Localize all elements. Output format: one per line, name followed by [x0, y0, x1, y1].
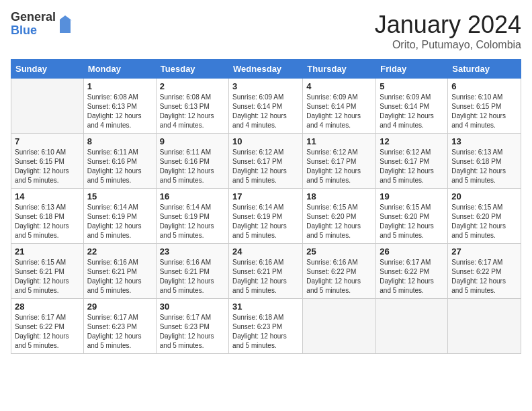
day-info: Sunrise: 6:16 AM Sunset: 6:21 PM Dayligh…	[87, 258, 152, 295]
day-info: Sunrise: 6:12 AM Sunset: 6:17 PM Dayligh…	[232, 148, 299, 185]
calendar-cell	[11, 79, 84, 134]
day-number: 22	[87, 246, 152, 257]
logo-blue-text: Blue	[11, 24, 56, 38]
calendar-cell: 28Sunrise: 6:17 AM Sunset: 6:22 PM Dayli…	[11, 299, 84, 354]
day-info: Sunrise: 6:11 AM Sunset: 6:16 PM Dayligh…	[87, 148, 152, 185]
calendar-cell: 8Sunrise: 6:11 AM Sunset: 6:16 PM Daylig…	[83, 134, 156, 189]
calendar-cell: 9Sunrise: 6:11 AM Sunset: 6:16 PM Daylig…	[156, 134, 228, 189]
day-number: 23	[160, 246, 225, 257]
day-info: Sunrise: 6:15 AM Sunset: 6:20 PM Dayligh…	[306, 203, 372, 240]
calendar-cell: 30Sunrise: 6:17 AM Sunset: 6:23 PM Dayli…	[156, 299, 228, 354]
calendar-cell: 5Sunrise: 6:09 AM Sunset: 6:14 PM Daylig…	[376, 79, 448, 134]
day-info: Sunrise: 6:17 AM Sunset: 6:23 PM Dayligh…	[160, 313, 225, 351]
day-number: 16	[160, 191, 225, 201]
calendar-cell: 15Sunrise: 6:14 AM Sunset: 6:19 PM Dayli…	[83, 189, 156, 244]
day-number: 8	[87, 136, 152, 146]
day-number: 25	[306, 246, 372, 257]
day-info: Sunrise: 6:12 AM Sunset: 6:17 PM Dayligh…	[380, 148, 444, 185]
day-number: 21	[15, 246, 80, 257]
calendar-cell: 21Sunrise: 6:15 AM Sunset: 6:21 PM Dayli…	[11, 244, 84, 299]
day-info: Sunrise: 6:15 AM Sunset: 6:20 PM Dayligh…	[380, 203, 444, 240]
day-info: Sunrise: 6:09 AM Sunset: 6:14 PM Dayligh…	[306, 93, 372, 130]
day-info: Sunrise: 6:17 AM Sunset: 6:22 PM Dayligh…	[451, 258, 517, 295]
day-info: Sunrise: 6:17 AM Sunset: 6:22 PM Dayligh…	[380, 258, 444, 295]
month-title: January 2024	[375, 11, 521, 39]
calendar-cell: 31Sunrise: 6:18 AM Sunset: 6:23 PM Dayli…	[229, 299, 303, 354]
day-info: Sunrise: 6:14 AM Sunset: 6:19 PM Dayligh…	[232, 203, 299, 240]
calendar-cell: 16Sunrise: 6:14 AM Sunset: 6:19 PM Dayli…	[156, 189, 228, 244]
day-info: Sunrise: 6:15 AM Sunset: 6:20 PM Dayligh…	[451, 203, 517, 240]
day-number: 31	[232, 302, 299, 312]
calendar-cell: 12Sunrise: 6:12 AM Sunset: 6:17 PM Dayli…	[376, 134, 448, 189]
day-number: 5	[380, 81, 444, 91]
day-number: 18	[306, 191, 372, 201]
calendar-cell: 1Sunrise: 6:08 AM Sunset: 6:13 PM Daylig…	[83, 79, 156, 134]
day-info: Sunrise: 6:09 AM Sunset: 6:14 PM Dayligh…	[232, 93, 299, 130]
day-number: 24	[232, 246, 299, 257]
day-number: 10	[232, 136, 299, 146]
day-info: Sunrise: 6:13 AM Sunset: 6:18 PM Dayligh…	[15, 203, 80, 240]
calendar-week-row: 7Sunrise: 6:10 AM Sunset: 6:15 PM Daylig…	[11, 134, 521, 189]
column-header-thursday: Thursday	[303, 60, 376, 79]
day-number: 1	[87, 81, 152, 91]
day-number: 17	[232, 191, 299, 201]
day-number: 29	[87, 302, 152, 312]
calendar-cell: 19Sunrise: 6:15 AM Sunset: 6:20 PM Dayli…	[376, 189, 448, 244]
day-number: 3	[232, 81, 299, 91]
day-number: 15	[87, 191, 152, 201]
calendar-cell: 18Sunrise: 6:15 AM Sunset: 6:20 PM Dayli…	[303, 189, 376, 244]
calendar-cell: 10Sunrise: 6:12 AM Sunset: 6:17 PM Dayli…	[229, 134, 303, 189]
calendar-cell: 25Sunrise: 6:16 AM Sunset: 6:22 PM Dayli…	[303, 244, 376, 299]
calendar-week-row: 21Sunrise: 6:15 AM Sunset: 6:21 PM Dayli…	[11, 244, 521, 299]
day-info: Sunrise: 6:08 AM Sunset: 6:13 PM Dayligh…	[160, 93, 225, 130]
day-number: 26	[380, 246, 444, 257]
column-header-wednesday: Wednesday	[229, 60, 303, 79]
calendar-week-row: 1Sunrise: 6:08 AM Sunset: 6:13 PM Daylig…	[11, 79, 521, 134]
day-number: 9	[160, 136, 225, 146]
calendar-cell: 7Sunrise: 6:10 AM Sunset: 6:15 PM Daylig…	[11, 134, 84, 189]
title-block: January 2024 Orito, Putumayo, Colombia	[375, 11, 521, 51]
day-number: 4	[306, 81, 372, 91]
day-number: 13	[451, 136, 517, 146]
day-info: Sunrise: 6:15 AM Sunset: 6:21 PM Dayligh…	[15, 258, 80, 295]
logo-general-text: General	[11, 11, 56, 24]
day-number: 28	[15, 302, 80, 312]
day-info: Sunrise: 6:18 AM Sunset: 6:23 PM Dayligh…	[232, 313, 299, 351]
calendar-cell: 13Sunrise: 6:13 AM Sunset: 6:18 PM Dayli…	[448, 134, 521, 189]
page-header: General Blue January 2024 Orito, Putumay…	[11, 11, 521, 51]
day-info: Sunrise: 6:08 AM Sunset: 6:13 PM Dayligh…	[87, 93, 152, 130]
day-info: Sunrise: 6:17 AM Sunset: 6:23 PM Dayligh…	[87, 313, 152, 351]
calendar-cell: 27Sunrise: 6:17 AM Sunset: 6:22 PM Dayli…	[448, 244, 521, 299]
calendar-cell: 11Sunrise: 6:12 AM Sunset: 6:17 PM Dayli…	[303, 134, 376, 189]
column-header-saturday: Saturday	[448, 60, 521, 79]
location: Orito, Putumayo, Colombia	[375, 39, 521, 51]
calendar-cell: 26Sunrise: 6:17 AM Sunset: 6:22 PM Dayli…	[376, 244, 448, 299]
column-header-sunday: Sunday	[11, 60, 84, 79]
day-number: 2	[160, 81, 225, 91]
column-header-tuesday: Tuesday	[156, 60, 228, 79]
day-number: 12	[380, 136, 444, 146]
calendar-header-row: SundayMondayTuesdayWednesdayThursdayFrid…	[11, 60, 521, 79]
day-number: 19	[380, 191, 444, 201]
day-number: 6	[451, 81, 517, 91]
calendar-cell	[376, 299, 448, 354]
day-info: Sunrise: 6:14 AM Sunset: 6:19 PM Dayligh…	[87, 203, 152, 240]
calendar-cell: 20Sunrise: 6:15 AM Sunset: 6:20 PM Dayli…	[448, 189, 521, 244]
day-number: 11	[306, 136, 372, 146]
calendar-cell: 22Sunrise: 6:16 AM Sunset: 6:21 PM Dayli…	[83, 244, 156, 299]
day-info: Sunrise: 6:12 AM Sunset: 6:17 PM Dayligh…	[306, 148, 372, 185]
calendar-cell: 17Sunrise: 6:14 AM Sunset: 6:19 PM Dayli…	[229, 189, 303, 244]
calendar-cell: 24Sunrise: 6:16 AM Sunset: 6:21 PM Dayli…	[229, 244, 303, 299]
column-header-monday: Monday	[83, 60, 156, 79]
day-info: Sunrise: 6:10 AM Sunset: 6:15 PM Dayligh…	[451, 93, 517, 130]
calendar-week-row: 28Sunrise: 6:17 AM Sunset: 6:22 PM Dayli…	[11, 299, 521, 354]
calendar-cell: 2Sunrise: 6:08 AM Sunset: 6:13 PM Daylig…	[156, 79, 228, 134]
logo: General Blue	[11, 11, 73, 38]
day-info: Sunrise: 6:16 AM Sunset: 6:21 PM Dayligh…	[160, 258, 225, 295]
day-number: 27	[451, 246, 517, 257]
day-info: Sunrise: 6:10 AM Sunset: 6:15 PM Dayligh…	[15, 148, 80, 185]
calendar-cell: 4Sunrise: 6:09 AM Sunset: 6:14 PM Daylig…	[303, 79, 376, 134]
calendar-cell	[448, 299, 521, 354]
calendar-cell: 23Sunrise: 6:16 AM Sunset: 6:21 PM Dayli…	[156, 244, 228, 299]
day-info: Sunrise: 6:11 AM Sunset: 6:16 PM Dayligh…	[160, 148, 225, 185]
